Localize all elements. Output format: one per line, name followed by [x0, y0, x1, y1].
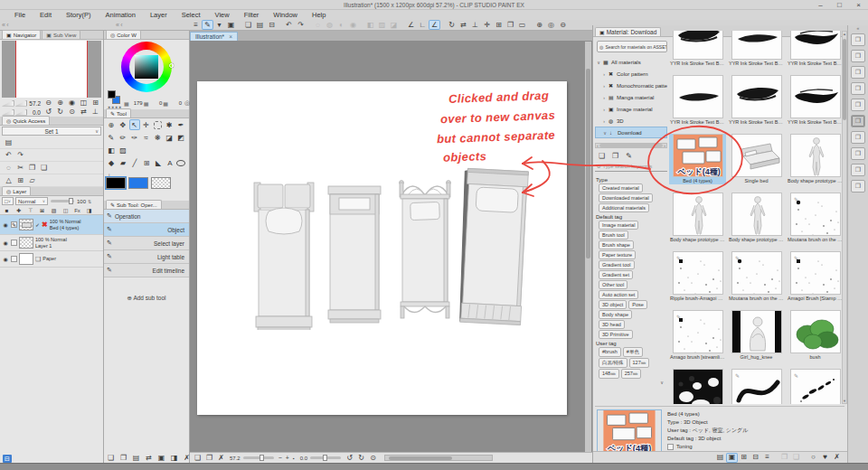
tab-navigator[interactable]: ▣Navigator	[2, 30, 41, 39]
deselect[interactable]: ◌	[312, 20, 324, 30]
filter-tag-257-[interactable]: 257㎜	[621, 369, 642, 379]
material-item-single-bed[interactable]: Single bed	[728, 134, 785, 184]
filter-tag-gradient-set[interactable]: Gradient set	[599, 270, 633, 279]
qa-transform[interactable]: △	[3, 175, 14, 185]
main-menu[interactable]: ≡	[190, 20, 202, 30]
pb-folder[interactable]: ▤	[130, 453, 142, 463]
sub-tool-select-layer[interactable]: ✎Select layer	[104, 237, 189, 250]
collapse-left-icon[interactable]: « ‹	[2, 22, 9, 28]
gradient[interactable]: ▨	[376, 20, 388, 30]
mat-shortcut-mono-pattern[interactable]: ❐	[851, 50, 865, 62]
material-item-body-shape-prototype-u14[interactable]: Body shape prototype U14-3-B	[787, 134, 844, 184]
hand-tool[interactable]: ✥	[118, 119, 128, 130]
gradient-tool[interactable]: ▨	[118, 145, 128, 155]
mat-shortcut-trash[interactable]: ❐	[851, 180, 865, 193]
blend-mode-select[interactable]: Normal∨	[15, 197, 48, 205]
main-color-swatch[interactable]	[108, 90, 116, 99]
sub-tool-object[interactable]: ✎Object	[104, 223, 189, 237]
canvas-rotate-slider[interactable]	[310, 456, 341, 459]
search-assets-button[interactable]: ◎ Search for materials on ASSETS	[597, 41, 667, 52]
material-item[interactable]: ✎	[787, 369, 844, 404]
filter-tag-3d-object[interactable]: 3D object	[599, 300, 627, 309]
menu-layer[interactable]: Layer	[143, 11, 175, 19]
menu-animation[interactable]: Animation	[99, 11, 143, 19]
undo[interactable]: ↶	[283, 20, 295, 30]
mat-shortcut-3d[interactable]: ❐	[851, 99, 865, 111]
expand-selection[interactable]: ◉	[347, 20, 359, 30]
edit-target-icon[interactable]	[11, 256, 17, 262]
qa-cut[interactable]: ✂	[14, 163, 26, 173]
grid-view[interactable]: ⊞	[738, 453, 750, 463]
filter-tag-3d-head[interactable]: 3D head	[599, 320, 625, 329]
tab-color-wheel[interactable]: ◎Color W	[106, 30, 141, 39]
pb-delete[interactable]: ✗	[181, 453, 193, 463]
tree-arrow-icon[interactable]: ›	[601, 118, 607, 124]
sub-tool-group-header[interactable]: ✎Operation	[104, 210, 189, 223]
mat-shortcut-manga[interactable]: ❐	[851, 66, 865, 79]
tab-sub-view[interactable]: ▣Sub View	[42, 30, 80, 39]
mat-shortcut-image[interactable]: ❐	[851, 82, 865, 95]
quick-access-set-select[interactable]: Set 1 ∨	[2, 127, 101, 136]
polyline-tool[interactable]: ◣	[153, 157, 164, 168]
redo[interactable]: ↷	[295, 20, 307, 30]
tool-dropdown[interactable]: ▾	[213, 20, 225, 30]
material-item-bush[interactable]: bush	[787, 310, 844, 361]
add-sub-tool-button[interactable]: ⊕ Add sub tool	[104, 295, 189, 302]
material-item-yyr-ink-stroke-text-ball[interactable]: YYR Ink Stroke Text Balloon 0	[669, 75, 726, 126]
pb-settings[interactable]: ▣	[156, 453, 167, 463]
tree-item-download[interactable]: ∨↓Download	[595, 127, 667, 138]
material-item[interactable]	[669, 369, 726, 404]
zoom-slider2[interactable]	[15, 100, 28, 107]
tab-tool[interactable]: ✎Tool	[106, 108, 131, 118]
edit-target-icon[interactable]	[11, 240, 17, 246]
qa-redo[interactable]: ↷	[14, 150, 26, 160]
canvas-zoom-slider[interactable]	[243, 456, 274, 459]
menu-help[interactable]: Help	[305, 11, 333, 19]
tree-item-monochromatic-patte[interactable]: ›✖Monochromatic patte	[595, 80, 667, 91]
layer-color[interactable]: ◨	[84, 206, 94, 214]
list-view[interactable]: ≡	[761, 453, 773, 463]
toning-checkbox[interactable]	[667, 444, 674, 450]
navigator-preview[interactable]	[2, 41, 101, 98]
zoom-in-button[interactable]: +	[284, 455, 291, 461]
view-reset[interactable]: ⊙	[367, 453, 379, 463]
eye-icon[interactable]: ◉	[2, 221, 9, 228]
pb-new[interactable]: ❏	[105, 453, 117, 463]
edit-target-icon[interactable]: ✎	[11, 221, 17, 228]
close-button[interactable]: ×	[853, 0, 864, 10]
canvas-vertical-scrollbar[interactable]	[585, 42, 591, 452]
scroll-down-icon[interactable]: ▼	[843, 399, 846, 403]
qa-paste[interactable]: ❏	[38, 163, 50, 173]
collapse-strip-icon[interactable]: «	[848, 25, 868, 31]
filter-tag-additional-materials[interactable]: Additional materials	[599, 203, 649, 212]
material-item-body-shape-prototype-u14[interactable]: Body shape prototype U14-1-B	[728, 193, 785, 243]
opacity-slider[interactable]	[51, 200, 74, 202]
tree-item-all-materials[interactable]: ∨▦All materials	[595, 56, 667, 68]
filter-tag-auto-action-set[interactable]: Auto action set	[599, 290, 638, 299]
invert-selection[interactable]: ◐	[335, 20, 347, 30]
text-tool[interactable]: A	[165, 157, 175, 168]
object-tool[interactable]: ↖	[129, 119, 140, 130]
filter-tag-brush-tool[interactable]: Brush tool	[599, 230, 628, 240]
workspace[interactable]: ▣	[225, 20, 237, 30]
filter-tag-pose[interactable]: Pose	[628, 300, 647, 309]
airbrush-tool[interactable]: ≈	[141, 132, 152, 143]
layer-effect[interactable]: Fx	[72, 206, 82, 214]
copy-material[interactable]: ❐	[778, 453, 790, 463]
view-rotate-right[interactable]: ↻	[355, 453, 367, 463]
frame-border-tool[interactable]: ▰	[118, 157, 128, 168]
mat-shortcut-favorite[interactable]: ❐	[851, 164, 865, 176]
h-scroll-thumb[interactable]	[389, 456, 452, 460]
tab-quick-access[interactable]: ◎Quick Access	[2, 116, 50, 125]
sub-tool-light-table[interactable]: ✎Light table	[104, 250, 189, 264]
move-layer-tool[interactable]: ✛	[141, 119, 152, 130]
tree-item-color-pattern[interactable]: ›✖Color pattern	[595, 68, 667, 80]
tree-item-image-material[interactable]: ›▣Image material	[595, 103, 667, 115]
rotate-slider2[interactable]	[15, 109, 28, 116]
move-canvas[interactable]: ✛	[481, 20, 493, 30]
menu-filter[interactable]: Filter	[237, 11, 267, 19]
material-item-yyr-ink-stroke-text-ball[interactable]: YYR Ink Stroke Text Balloon 0	[787, 31, 844, 67]
material-item-yyr-ink-stroke-text-ball[interactable]: YYR Ink Stroke Text Balloon 0	[669, 31, 726, 67]
qa-deselect[interactable]: ◌	[3, 163, 14, 173]
material-item-body-shape-prototype-u14[interactable]: Body shape prototype U14-2-B	[669, 193, 726, 243]
